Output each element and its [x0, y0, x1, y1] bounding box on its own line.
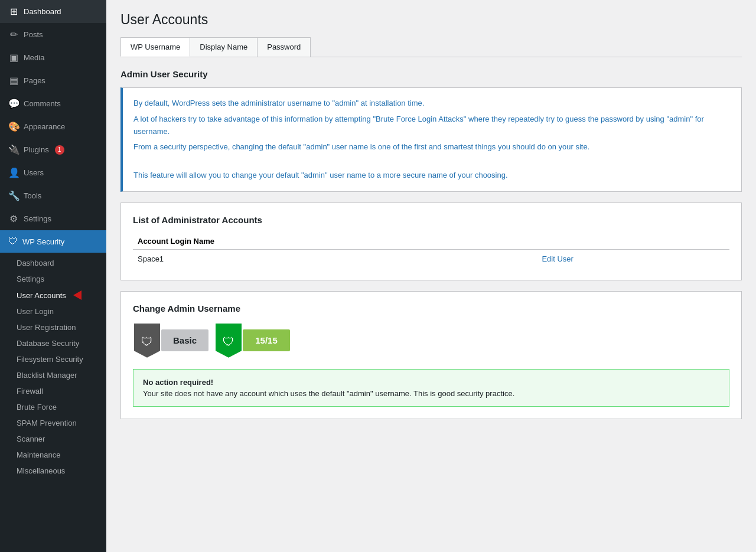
plugins-badge: 1 — [55, 145, 64, 155]
sidebar-item-sub-firewall[interactable]: Firewall — [0, 383, 106, 399]
sidebar-item-appearance[interactable]: 🎨 Appearance — [0, 115, 106, 138]
success-heading: No action required! — [143, 378, 719, 387]
ribbon-dark: 🛡 — [134, 324, 160, 358]
admin-accounts-card: List of Administrator Accounts Account L… — [120, 202, 742, 280]
change-admin-heading: Change Admin Username — [133, 303, 729, 313]
sidebar-item-sub-scanner[interactable]: Scanner — [0, 431, 106, 447]
page-title: User Accounts — [120, 12, 742, 28]
accounts-table: Account Login Name Space1 Edit User — [133, 233, 729, 268]
posts-icon: ✏ — [8, 29, 19, 40]
info-line-1: By default, WordPress sets the administr… — [133, 97, 731, 110]
top-menu: ⊞ Dashboard ✏ Posts ▣ Media ▤ Pages 💬 Co… — [0, 0, 106, 230]
shield-green-icon: 🛡 — [223, 332, 234, 349]
sidebar-item-settings[interactable]: ⚙ Settings — [0, 207, 106, 230]
sidebar-item-sub-user-registration[interactable]: User Registration — [0, 319, 106, 335]
table-column-header: Account Login Name — [133, 233, 537, 250]
sidebar-item-media[interactable]: ▣ Media — [0, 46, 106, 69]
basic-badge: 🛡 Basic — [133, 322, 208, 360]
wp-security-submenu: Dashboard Settings User Accounts User Lo… — [0, 253, 106, 481]
basic-badge-label: Basic — [161, 329, 208, 351]
sidebar-item-sub-dashboard[interactable]: Dashboard — [0, 255, 106, 271]
account-login-name: Space1 — [133, 249, 537, 268]
sidebar-item-sub-user-accounts[interactable]: User Accounts — [0, 287, 106, 303]
edit-user-link[interactable]: Edit User — [542, 254, 573, 263]
sidebar-item-pages[interactable]: ▤ Pages — [0, 69, 106, 92]
dashboard-icon: ⊞ — [8, 6, 19, 17]
plugins-icon: 🔌 — [8, 144, 19, 155]
red-arrow-icon — [73, 290, 82, 300]
success-box: No action required! Your site does not h… — [133, 369, 729, 407]
tab-password[interactable]: Password — [257, 37, 311, 57]
appearance-icon: 🎨 — [8, 121, 19, 132]
ribbon-green: 🛡 — [216, 324, 242, 358]
pages-icon: ▤ — [8, 75, 19, 86]
tab-wp-username[interactable]: WP Username — [120, 37, 190, 57]
sidebar-item-sub-filesystem-security[interactable]: Filesystem Security — [0, 351, 106, 367]
media-icon: ▣ — [8, 52, 19, 63]
tab-display-name[interactable]: Display Name — [190, 37, 258, 57]
shield-icon: 🛡 — [8, 236, 18, 247]
users-icon: 👤 — [8, 167, 19, 178]
sidebar-item-wp-security[interactable]: 🛡 WP Security — [0, 230, 106, 253]
tabs-bar: WP Username Display Name Password — [120, 37, 742, 57]
main-content: User Accounts WP Username Display Name P… — [106, 0, 756, 552]
success-message: Your site does not have any account whic… — [143, 389, 514, 398]
sidebar-item-dashboard[interactable]: ⊞ Dashboard — [0, 0, 106, 23]
info-line-4: This feature will allow you to change yo… — [133, 169, 731, 182]
section-heading-admin-security: Admin User Security — [120, 69, 742, 79]
change-admin-card: Change Admin Username 🛡 Basic 🛡 — [120, 291, 742, 419]
sidebar: ⊞ Dashboard ✏ Posts ▣ Media ▤ Pages 💬 Co… — [0, 0, 106, 552]
info-box: By default, WordPress sets the administr… — [120, 87, 742, 192]
sidebar-item-tools[interactable]: 🔧 Tools — [0, 184, 106, 207]
badge-row: 🛡 Basic 🛡 15/15 — [133, 322, 729, 360]
shield-dark-icon: 🛡 — [141, 332, 153, 349]
sidebar-item-sub-spam-prevention[interactable]: SPAM Prevention — [0, 415, 106, 431]
sidebar-item-sub-user-login[interactable]: User Login — [0, 303, 106, 319]
score-badge: 🛡 15/15 — [214, 322, 290, 360]
sidebar-item-sub-settings[interactable]: Settings — [0, 271, 106, 287]
sidebar-item-comments[interactable]: 💬 Comments — [0, 92, 106, 115]
settings-icon: ⚙ — [8, 213, 19, 224]
info-line-2: A lot of hackers try to take advantage o… — [133, 113, 731, 138]
comments-icon: 💬 — [8, 98, 19, 109]
table-row: Space1 Edit User — [133, 249, 729, 268]
sidebar-item-sub-database-security[interactable]: Database Security — [0, 335, 106, 351]
info-line-3: From a security perspective, changing th… — [133, 141, 731, 153]
admin-accounts-heading: List of Administrator Accounts — [133, 215, 729, 225]
sidebar-item-sub-brute-force[interactable]: Brute Force — [0, 399, 106, 415]
tools-icon: 🔧 — [8, 190, 19, 201]
sidebar-item-posts[interactable]: ✏ Posts — [0, 23, 106, 46]
score-badge-label: 15/15 — [243, 329, 290, 351]
sidebar-item-sub-miscellaneous[interactable]: Miscellaneous — [0, 463, 106, 479]
sidebar-item-sub-blacklist-manager[interactable]: Blacklist Manager — [0, 367, 106, 383]
sidebar-item-users[interactable]: 👤 Users — [0, 161, 106, 184]
sidebar-item-plugins[interactable]: 🔌 Plugins 1 — [0, 138, 106, 161]
sidebar-item-sub-maintenance[interactable]: Maintenance — [0, 447, 106, 463]
